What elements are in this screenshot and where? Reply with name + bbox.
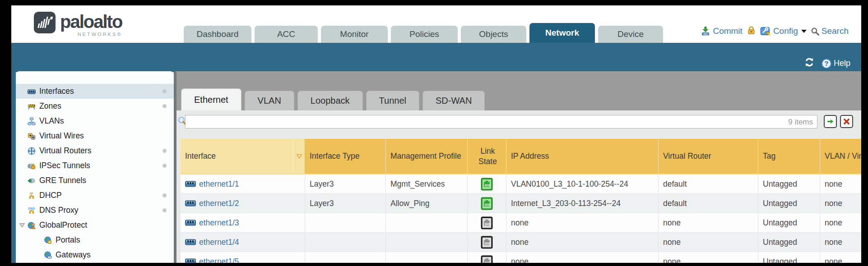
table-row[interactable]: ethernet1/4 none none Untagged none xyxy=(181,233,861,252)
tab-network[interactable]: Network xyxy=(529,23,595,43)
zones-icon xyxy=(28,102,36,110)
ethernet-port-icon xyxy=(185,220,196,226)
refresh-button[interactable] xyxy=(804,57,815,69)
vlans-icon xyxy=(28,117,36,125)
filter-bar: 9 items xyxy=(176,110,861,133)
config-button[interactable]: Config xyxy=(760,26,807,37)
ethernet-port-icon xyxy=(185,181,196,187)
interface-link[interactable]: ethernet1/5 xyxy=(199,257,239,263)
svg-text:?: ? xyxy=(824,60,828,67)
paloalto-logo-icon xyxy=(34,12,56,33)
col-vlan-virtual-wire[interactable]: VLAN / Virtual Wire xyxy=(820,139,861,174)
help-label: Help xyxy=(834,59,850,68)
commit-label: Commit xyxy=(713,26,742,36)
virtual-routers-icon xyxy=(28,147,36,155)
tab-monitor[interactable]: Monitor xyxy=(321,26,388,43)
left-gutter xyxy=(11,72,16,263)
brand-sub: NETWORKS® xyxy=(78,32,122,37)
sidebar-item-vlans[interactable]: VLANs xyxy=(16,114,174,128)
search-label: Search xyxy=(822,26,849,36)
subtab-loopback[interactable]: Loopback xyxy=(297,91,363,110)
sidebar-item-ipsec-tunnels[interactable]: IPSec Tunnels xyxy=(16,158,174,173)
dropdown-triangle-icon xyxy=(296,153,303,160)
tab-acc[interactable]: ACC xyxy=(255,26,318,43)
interface-link[interactable]: ethernet1/4 xyxy=(199,238,239,247)
ethernet-port-icon xyxy=(185,200,196,206)
help-icon: ? xyxy=(821,58,832,69)
drag-dot xyxy=(162,104,167,108)
tab-objects[interactable]: Objects xyxy=(461,26,526,43)
tab-policies[interactable]: Policies xyxy=(391,26,458,43)
secondary-toolbar: ? Help xyxy=(11,43,861,72)
table-row[interactable]: ethernet1/5 none none Untagged none xyxy=(181,252,861,263)
globalprotect-icon xyxy=(28,221,36,229)
drag-dot xyxy=(162,164,167,168)
chevron-down-icon xyxy=(801,30,807,33)
apply-filter-button[interactable] xyxy=(824,115,837,128)
table-row[interactable]: ethernet1/2 Layer3 Allow_Ping Internet_L… xyxy=(181,194,861,213)
svg-text:DNS: DNS xyxy=(28,207,35,210)
paloalto-logo: paloalto NETWORKS® xyxy=(34,12,122,37)
interfaces-table: Interface Interface Type Management Prof… xyxy=(181,139,861,263)
config-label: Config xyxy=(773,26,798,36)
col-interface-type[interactable]: Interface Type xyxy=(305,139,386,174)
col-interface[interactable]: Interface xyxy=(181,139,293,174)
app-window: paloalto NETWORKS® Dashboard ACC Monitor… xyxy=(11,5,861,263)
column-menu-button[interactable] xyxy=(293,139,305,174)
interface-link[interactable]: ethernet1/1 xyxy=(199,179,239,189)
sidebar-item-virtual-wires[interactable]: Virtual Wires xyxy=(16,128,174,143)
sidebar-item-virtual-routers[interactable]: Virtual Routers xyxy=(16,143,174,158)
drag-dot xyxy=(162,193,167,197)
ethernet-port-icon xyxy=(185,239,196,245)
sidebar-item-zones[interactable]: Zones xyxy=(16,99,174,114)
item-count: 9 items xyxy=(781,118,813,127)
col-ip-address[interactable]: IP Address xyxy=(506,139,659,174)
gateways-icon xyxy=(44,251,52,259)
commit-icon xyxy=(701,26,710,36)
sidebar-item-portals[interactable]: Portals xyxy=(16,233,174,248)
col-virtual-router[interactable]: Virtual Router xyxy=(659,139,758,174)
tab-device[interactable]: Device xyxy=(598,26,663,43)
virtual-wires-icon xyxy=(28,132,36,140)
col-link-state[interactable]: Link State xyxy=(468,139,506,174)
subtab-sdwan[interactable]: SD-WAN xyxy=(422,91,485,110)
header-actions: Commit Config xyxy=(701,25,849,37)
sidebar-item-dns-proxy[interactable]: DNS DNS Proxy xyxy=(16,203,174,218)
search-button[interactable]: Search xyxy=(811,26,849,36)
sidebar-item-gateways[interactable]: Gateways xyxy=(16,248,174,262)
expander-triangle-icon[interactable] xyxy=(19,223,26,228)
help-button[interactable]: ? Help xyxy=(821,58,850,69)
interfaces-icon xyxy=(28,87,36,96)
table-row[interactable]: ethernet1/1 Layer3 Mgmt_Services VLAN010… xyxy=(181,174,861,194)
filter-input[interactable] xyxy=(185,115,817,128)
sidebar-item-interfaces[interactable]: Interfaces xyxy=(16,84,174,99)
ethernet-link-up-icon xyxy=(481,178,493,191)
lock-button[interactable] xyxy=(747,25,756,37)
interface-link[interactable]: ethernet1/3 xyxy=(199,218,239,228)
arrow-right-icon xyxy=(826,118,834,125)
tab-dashboard[interactable]: Dashboard xyxy=(184,26,251,43)
col-mgmt-profile[interactable]: Management Profile xyxy=(386,139,468,174)
subtab-ethernet[interactable]: Ethernet xyxy=(181,88,241,110)
ethernet-link-down-icon xyxy=(481,236,493,249)
main-content: Ethernet VLAN Loopback Tunnel SD-WAN 9 i… xyxy=(176,71,861,263)
commit-button[interactable]: Commit xyxy=(701,26,742,36)
config-icon xyxy=(760,26,771,37)
ethernet-port-icon xyxy=(185,258,196,263)
interface-link[interactable]: ethernet1/2 xyxy=(199,199,239,208)
ethernet-link-down-icon xyxy=(481,255,493,263)
top-header: paloalto NETWORKS® Dashboard ACC Monitor… xyxy=(11,5,861,43)
table-row[interactable]: ethernet1/3 none none Untagged none xyxy=(181,213,861,233)
col-tag[interactable]: Tag xyxy=(758,139,820,174)
drag-dot xyxy=(162,89,167,93)
sidebar-item-globalprotect[interactable]: GlobalProtect xyxy=(16,218,174,233)
sidebar-item-dhcp[interactable]: IP DHCP xyxy=(16,188,174,203)
sidebar-item-gre-tunnels[interactable]: GRE Tunnels xyxy=(16,173,174,188)
drag-dot xyxy=(162,149,167,153)
subtab-vlan[interactable]: VLAN xyxy=(245,91,294,110)
ethernet-link-up-icon xyxy=(481,197,493,210)
dhcp-icon: IP xyxy=(28,192,36,200)
clear-filter-button[interactable] xyxy=(840,115,853,128)
close-icon xyxy=(843,118,850,125)
subtab-tunnel[interactable]: Tunnel xyxy=(366,91,419,110)
